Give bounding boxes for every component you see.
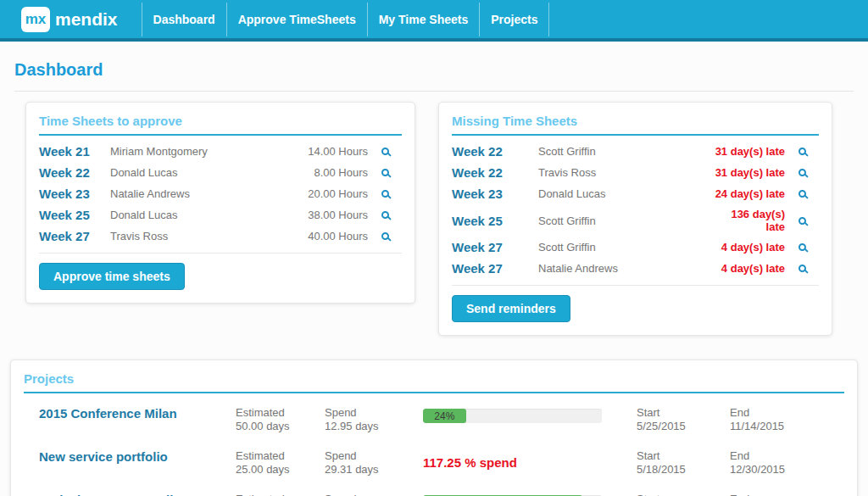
estimated-cell: Estimated 25.00 days [236,493,325,496]
table-row: Week 23 Donald Lucas 24 day(s) late [452,183,819,204]
table-row: Week 27 Natalie Andrews 4 day(s) late [452,258,819,279]
hours-value: 40.00 Hours [296,230,368,242]
search-icon[interactable] [785,243,819,251]
search-icon-glyph [381,232,389,240]
search-icon[interactable] [785,190,819,198]
overspend-warning: 117.25 % spend [423,455,602,470]
mendix-logo-icon: mx [21,7,50,32]
top-panels-row: Time Sheets to approve Week 21 Miriam Mo… [25,102,868,336]
spend-value: 29.31 days [325,463,423,476]
end-label: End [730,493,832,496]
search-icon-glyph [798,217,806,225]
spend-cell: Spend 22.25 days [325,493,423,496]
search-icon[interactable] [368,232,402,240]
search-icon-glyph [798,243,806,251]
start-label: Start [637,493,730,496]
employee-name: Scott Griffin [538,145,696,158]
table-row: Week 27 Travis Ross 40.00 Hours [39,226,402,247]
week-label: Week 27 [39,229,110,243]
panel-title: Projects [24,371,844,393]
table-row: Week 22 Travis Ross 31 day(s) late [452,162,819,183]
search-icon[interactable] [785,148,819,155]
week-label: Week 23 [452,187,538,201]
employee-name: Travis Ross [538,166,696,179]
hours-value: 8.00 Hours [296,166,368,179]
panel-title: Missing Time Sheets [452,114,819,136]
search-icon-glyph [798,169,806,176]
spend-cell: Spend 29.31 days [325,449,423,476]
search-icon[interactable] [368,190,402,198]
end-value: 11/14/2015 [730,420,832,433]
employee-name: Donald Lucas [538,187,696,200]
search-icon[interactable] [785,217,819,225]
week-label: Week 25 [39,208,110,222]
start-value: 5/18/2015 [637,463,730,476]
panel-footer: Send reminders [452,285,819,322]
search-icon[interactable] [785,265,819,272]
employee-name: Scott Griffin [538,241,696,254]
estimated-label: Estimated [236,493,325,496]
search-icon-glyph [381,190,389,198]
search-icon-glyph [798,148,806,155]
search-icon[interactable] [368,211,402,219]
employee-name: Miriam Montgomery [110,145,296,158]
progress-bar-fill: 24% [423,409,466,423]
nav-item-my-time-sheets[interactable]: My Time Sheets [367,3,480,36]
start-label: Start [637,406,730,420]
employee-name: Travis Ross [110,230,296,242]
search-icon-glyph [381,169,389,176]
panel-title: Time Sheets to approve [39,114,402,136]
mendix-logo: mx mendix [21,7,118,32]
end-cell: End 6/17/2015 [730,493,832,496]
days-late-value: 4 day(s) late [696,241,785,254]
search-icon[interactable] [368,148,402,155]
end-label: End [730,406,832,420]
overspend-cell: 117.25 % spend [423,449,602,470]
project-row: Redesign Corp Branding Estimated 25.00 d… [24,485,844,496]
estimated-label: Estimated [236,449,325,463]
employee-name: Natalie Andrews [538,262,696,275]
start-cell: Start 5/18/2015 [637,449,730,476]
nav-item-approve-timesheets[interactable]: Approve TimeSheets [226,3,367,36]
week-label: Week 25 [452,214,538,228]
week-label: Week 23 [39,187,110,201]
employee-name: Donald Lucas [110,166,296,179]
progress-cell: 24% [423,406,602,423]
progress-cell: 89% [423,493,602,496]
main-nav: Dashboard Approve TimeSheets My Time She… [142,3,550,36]
start-cell: Start 5/25/2015 [637,406,730,433]
table-row: Week 25 Donald Lucas 38.00 Hours [39,204,402,226]
projects-panel: Projects 2015 Conference Milan Estimated… [10,359,858,496]
table-row: Week 27 Scott Griffin 4 day(s) late [452,237,819,258]
start-label: Start [637,449,730,463]
search-icon[interactable] [785,169,819,176]
search-icon[interactable] [368,169,402,176]
nav-item-projects[interactable]: Projects [479,3,549,36]
send-reminders-button[interactable]: Send reminders [452,295,570,322]
approve-time-sheets-button[interactable]: Approve time sheets [39,263,185,290]
week-label: Week 22 [452,144,538,159]
days-late-value: 136 day(s) late [717,208,785,233]
estimated-cell: Estimated 50.00 days [236,406,325,433]
days-late-value: 31 day(s) late [696,166,785,179]
project-name: Redesign Corp Branding [24,493,236,496]
project-name: New service portfolio [24,449,236,464]
week-label: Week 22 [39,165,110,180]
estimated-value: 50.00 days [236,420,325,433]
project-name: 2015 Conference Milan [24,406,236,421]
table-row: Week 22 Donald Lucas 8.00 Hours [39,162,402,183]
days-late-value: 24 day(s) late [696,187,785,200]
spend-label: Spend [325,493,423,496]
page-title: Dashboard [14,60,854,92]
days-late-value: 31 day(s) late [696,145,785,158]
timesheets-to-approve-panel: Time Sheets to approve Week 21 Miriam Mo… [25,102,415,304]
estimated-value: 25.00 days [236,463,325,476]
week-label: Week 21 [39,144,110,159]
search-icon-glyph [381,148,389,155]
week-label: Week 27 [452,240,538,254]
estimated-cell: Estimated 25.00 days [236,449,325,476]
nav-item-dashboard[interactable]: Dashboard [142,3,226,36]
mendix-logo-text: mendix [55,9,118,30]
search-icon-glyph [798,190,806,198]
search-icon-glyph [381,211,389,219]
